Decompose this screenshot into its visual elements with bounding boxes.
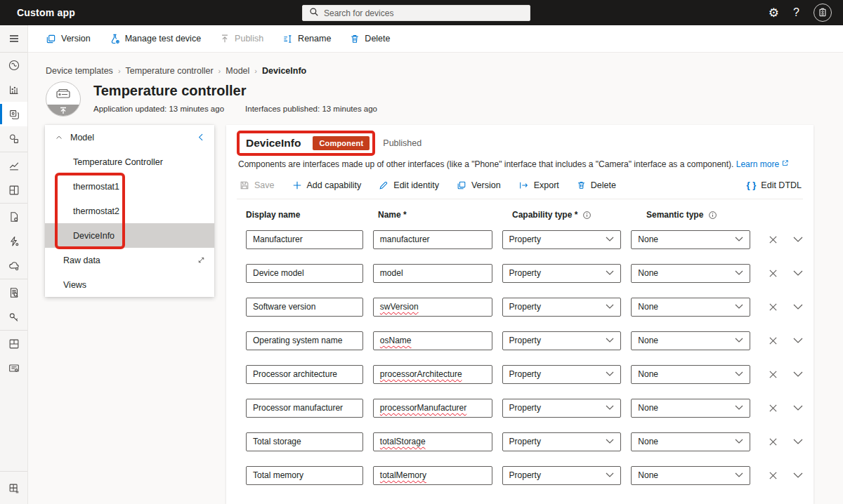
display-name-input[interactable]: Processor architecture — [246, 365, 363, 384]
name-input[interactable]: totalMemory — [373, 466, 492, 485]
nav-dashboards-icon[interactable] — [0, 178, 27, 202]
user-avatar[interactable] — [813, 4, 832, 22]
chevron-down-icon — [735, 270, 743, 276]
nav-audit-log-icon[interactable] — [0, 280, 27, 305]
tree-item-deviceinfo[interactable]: DeviceInfo — [45, 223, 214, 248]
capability-type-dropdown[interactable]: Property — [502, 399, 622, 418]
display-name-input[interactable]: Operating system name — [246, 331, 363, 350]
name-input[interactable]: totalStorage — [373, 432, 492, 451]
display-name-input[interactable]: Total memory — [246, 466, 363, 485]
capability-type-dropdown[interactable]: Property — [502, 230, 622, 249]
component-description: Components are interfaces made up of oth… — [238, 159, 803, 169]
semantic-type-dropdown[interactable]: None — [631, 331, 750, 350]
chevron-down-icon — [606, 405, 614, 411]
remove-row-icon[interactable] — [769, 336, 778, 345]
rename-button[interactable]: Rename — [282, 34, 331, 44]
remove-row-icon[interactable] — [769, 404, 778, 413]
settings-gear-icon[interactable]: ⚙ — [769, 7, 779, 19]
capability-type-dropdown[interactable]: Property — [502, 466, 622, 485]
nav-analytics-icon[interactable] — [0, 153, 27, 178]
export-button[interactable]: Export — [518, 180, 559, 190]
expand-row-chevron-icon[interactable] — [793, 439, 803, 445]
tree-header-model[interactable]: Model — [45, 125, 214, 150]
tree-item-thermostat1[interactable]: thermostat1 — [45, 174, 214, 199]
info-icon[interactable] — [708, 211, 717, 220]
display-name-input[interactable]: Software version — [246, 298, 363, 317]
nav-overview-icon[interactable] — [0, 53, 27, 77]
delete-button[interactable]: Delete — [350, 34, 390, 44]
edit-dtdl-button[interactable]: { } Edit DTDL — [747, 180, 802, 190]
expand-row-chevron-icon[interactable] — [793, 237, 803, 243]
remove-row-icon[interactable] — [769, 437, 778, 446]
nav-app-layout-icon[interactable] — [0, 331, 27, 356]
capability-row: Manufacturer manufacturer Property None — [246, 230, 803, 249]
nav-usage-icon[interactable] — [0, 77, 27, 102]
expand-diagonal-icon[interactable] — [197, 256, 206, 265]
hamburger-menu-icon[interactable] — [0, 25, 27, 53]
breadcrumb-temperature-controller[interactable]: Temperature controller — [126, 66, 214, 76]
tree-item-raw-data[interactable]: Raw data — [45, 248, 214, 272]
display-name-input[interactable]: Processor manufacturer — [246, 399, 363, 418]
version-button-panel[interactable]: Version — [457, 180, 501, 190]
help-icon[interactable]: ? — [793, 6, 799, 19]
nav-app-switcher-icon[interactable] — [0, 472, 27, 504]
semantic-type-dropdown[interactable]: None — [631, 230, 750, 249]
nav-rules-icon[interactable] — [0, 229, 27, 253]
expand-row-chevron-icon[interactable] — [793, 270, 803, 277]
capability-type-dropdown[interactable]: Property — [502, 432, 622, 451]
semantic-type-dropdown[interactable]: None — [631, 365, 750, 384]
expand-row-chevron-icon[interactable] — [793, 472, 803, 479]
semantic-type-dropdown[interactable]: None — [631, 298, 750, 317]
nav-customization-icon[interactable] — [0, 356, 27, 380]
capability-type-dropdown[interactable]: Property — [502, 365, 622, 384]
breadcrumb-device-templates[interactable]: Device templates — [46, 66, 113, 76]
semantic-type-dropdown[interactable]: None — [631, 466, 750, 485]
display-name-input[interactable]: Manufacturer — [246, 230, 363, 249]
remove-row-icon[interactable] — [769, 471, 778, 480]
name-input[interactable]: manufacturer — [373, 230, 492, 249]
nav-data-export-icon[interactable] — [0, 253, 27, 278]
display-name-input[interactable]: Total storage — [246, 432, 363, 451]
tree-item-temperature-controller[interactable]: Temperature Controller — [45, 150, 214, 174]
nav-devices-icon[interactable] — [0, 126, 27, 151]
info-icon[interactable] — [582, 211, 592, 220]
remove-row-icon[interactable] — [769, 370, 778, 379]
name-input[interactable]: processorArchitecture — [373, 365, 492, 384]
tree-item-thermostat2[interactable]: thermostat2 — [45, 199, 214, 223]
capability-type-dropdown[interactable]: Property — [502, 298, 622, 317]
nav-jobs-icon[interactable] — [0, 204, 27, 229]
nav-api-tokens-icon[interactable] — [0, 305, 27, 329]
semantic-type-dropdown[interactable]: None — [631, 264, 750, 283]
expand-row-chevron-icon[interactable] — [793, 405, 803, 411]
name-input[interactable]: processorManufacturer — [373, 399, 492, 418]
tree-item-views[interactable]: Views — [45, 272, 214, 297]
save-button[interactable]: Save — [240, 180, 275, 190]
manage-test-device-button[interactable]: Manage test device — [110, 34, 201, 44]
expand-row-chevron-icon[interactable] — [793, 371, 803, 378]
add-capability-button[interactable]: Add capability — [292, 180, 362, 190]
semantic-type-dropdown[interactable]: None — [631, 432, 750, 451]
remove-row-icon[interactable] — [769, 235, 778, 244]
name-input[interactable]: swVersion — [373, 298, 492, 317]
capability-type-dropdown[interactable]: Property — [502, 264, 622, 283]
delete-capability-button[interactable]: Delete — [577, 180, 616, 190]
remove-row-icon[interactable] — [769, 269, 778, 278]
expand-row-chevron-icon[interactable] — [793, 338, 803, 344]
name-input[interactable]: model — [373, 264, 492, 283]
semantic-type-dropdown[interactable]: None — [631, 399, 750, 418]
edit-identity-button[interactable]: Edit identity — [379, 180, 439, 190]
collapse-panel-icon[interactable] — [197, 133, 206, 142]
display-name-input[interactable]: Device model — [246, 264, 363, 283]
name-input[interactable]: osName — [373, 331, 492, 350]
breadcrumb-model[interactable]: Model — [226, 66, 249, 76]
search-input[interactable] — [324, 8, 514, 18]
nav-device-templates-icon[interactable] — [0, 102, 27, 126]
remove-row-icon[interactable] — [769, 303, 778, 312]
learn-more-link[interactable]: Learn more — [736, 159, 779, 169]
capability-type-dropdown[interactable]: Property — [502, 331, 622, 350]
capability-row: Total storage totalStorage Property None — [246, 432, 803, 451]
device-search-box[interactable] — [302, 5, 530, 21]
expand-row-chevron-icon[interactable] — [793, 304, 803, 310]
publish-button[interactable]: Publish — [220, 34, 263, 44]
version-button[interactable]: Version — [46, 34, 91, 44]
